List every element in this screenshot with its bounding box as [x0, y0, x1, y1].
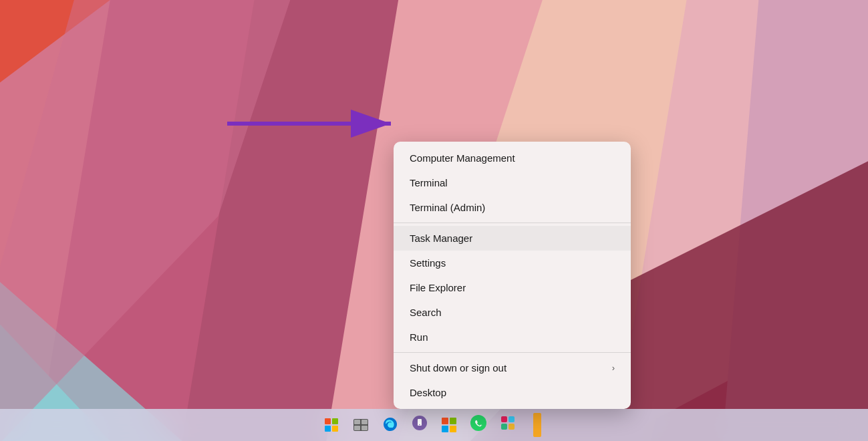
svg-rect-17 [361, 420, 368, 424]
menu-separator-2 [394, 352, 631, 353]
edge-icon [382, 416, 399, 434]
menu-item-run[interactable]: Run [394, 325, 631, 349]
svg-rect-26 [501, 424, 507, 430]
whatsapp-button[interactable] [465, 412, 492, 438]
menu-item-desktop[interactable]: Desktop [394, 380, 631, 405]
svg-rect-27 [509, 424, 515, 430]
menu-item-search[interactable]: Search [394, 300, 631, 325]
yellow-app-icon [533, 413, 541, 437]
menu-item-terminal-admin[interactable]: Terminal (Admin) [394, 195, 631, 220]
desktop: Computer Management Terminal Terminal (A… [0, 0, 868, 441]
phone-link-button[interactable] [406, 412, 433, 438]
svg-point-22 [419, 424, 420, 426]
edge-button[interactable] [377, 412, 404, 438]
ms-store-icon [442, 418, 456, 432]
yellow-app-button[interactable] [524, 412, 551, 438]
svg-rect-25 [509, 416, 515, 422]
svg-rect-19 [361, 426, 368, 430]
task-view-button[interactable] [347, 412, 374, 438]
taskbar [0, 409, 868, 441]
svg-rect-24 [501, 416, 507, 422]
ms-store-button[interactable] [436, 412, 462, 438]
menu-item-computer-management[interactable]: Computer Management [394, 146, 631, 170]
svg-rect-16 [354, 420, 360, 424]
menu-item-shut-down[interactable]: Shut down or sign out › [394, 355, 631, 380]
taskbar-icon-group [318, 412, 551, 438]
context-menu: Computer Management Terminal Terminal (A… [394, 142, 631, 409]
svg-rect-18 [354, 426, 360, 430]
slack-icon [500, 415, 516, 435]
slack-button[interactable] [494, 412, 521, 438]
phone-link-icon [412, 415, 428, 435]
whatsapp-icon [470, 414, 487, 436]
windows-logo-icon [325, 418, 338, 432]
menu-separator-1 [394, 223, 631, 223]
menu-item-terminal[interactable]: Terminal [394, 170, 631, 195]
menu-item-file-explorer[interactable]: File Explorer [394, 275, 631, 300]
svg-point-23 [470, 415, 486, 431]
menu-item-task-manager[interactable]: Task Manager [394, 226, 631, 251]
start-button[interactable] [318, 412, 345, 438]
submenu-arrow-icon: › [612, 363, 615, 373]
task-view-icon [353, 419, 368, 431]
menu-item-settings[interactable]: Settings [394, 251, 631, 275]
